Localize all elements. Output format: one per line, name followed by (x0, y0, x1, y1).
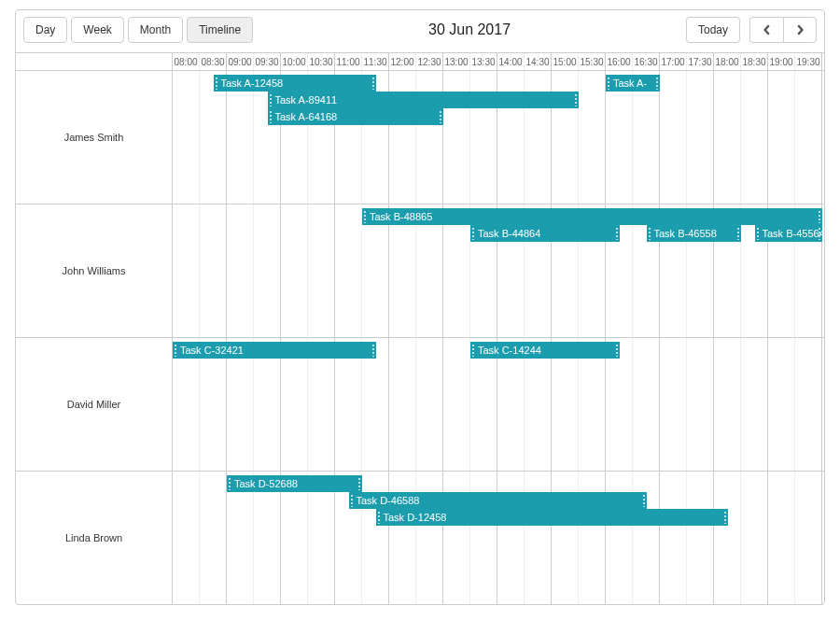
timeline-event[interactable]: Task D-12458 (376, 509, 728, 526)
time-slot-header: 19:30 (795, 53, 822, 70)
timeline-event[interactable]: Task C-32421 (173, 342, 376, 359)
timeline-row[interactable]: Task B-48865Task B-44864Task B-46558Task… (173, 204, 824, 338)
prev-button[interactable] (749, 17, 783, 43)
time-slot-header: 12:30 (416, 53, 443, 70)
timeline-grid[interactable]: Task A-12458Task A-89411Task A-64168Task… (173, 71, 824, 604)
time-slot-header: 16:30 (633, 53, 660, 70)
toolbar: DayWeekMonthTimeline 30 Jun 2017 Today (16, 10, 824, 48)
time-slot-header: 17:00 (660, 53, 687, 70)
timeline-event[interactable]: Task B-48865 (362, 208, 822, 225)
time-slot-header: 13:30 (470, 53, 497, 70)
timeline-event[interactable]: Task C-14244 (470, 342, 620, 359)
resource-label: David Miller (16, 338, 172, 472)
time-slot-header: 13:00 (443, 53, 470, 70)
time-slot-header: 16:00 (606, 53, 633, 70)
time-slot-header: 19:00 (768, 53, 795, 70)
resource-label: James Smith (16, 71, 172, 204)
scheduler-body: 08:0008:3009:0009:3010:0010:3011:0011:30… (16, 52, 824, 604)
time-slot-header: 12:00 (389, 53, 416, 70)
time-slot-header: 14:00 (497, 53, 525, 70)
next-button[interactable] (783, 17, 817, 43)
timeline-event[interactable]: Task B-44864 (470, 225, 620, 242)
timeline-event[interactable]: Task B-46558 (647, 225, 742, 242)
scheduler-panel: DayWeekMonthTimeline 30 Jun 2017 Today 0… (15, 9, 825, 605)
time-slot-header: 14:30 (525, 53, 552, 70)
time-slot-header: 18:30 (741, 53, 768, 70)
view-button-week[interactable]: Week (71, 17, 123, 43)
timeline-row[interactable]: Task D-52688Task D-46588Task D-12458 (173, 472, 824, 604)
resource-column: James SmithJohn WilliamsDavid MillerLind… (16, 71, 173, 604)
time-slot-header: 08:30 (200, 53, 227, 70)
timeline-event[interactable]: Task D-46588 (349, 492, 647, 509)
date-title: 30 Jun 2017 (428, 21, 511, 38)
time-slot-header: 15:00 (552, 53, 579, 70)
view-switch-group: DayWeekMonthTimeline (23, 17, 253, 43)
timeline-event[interactable]: Task A-64168 (268, 108, 444, 125)
timeline-row[interactable]: Task A-12458Task A-89411Task A-64168Task… (173, 71, 824, 204)
today-button[interactable]: Today (686, 17, 740, 43)
timeline-event[interactable]: Task B-45564 (755, 225, 823, 242)
time-slot-header: 18:00 (714, 53, 741, 70)
time-slot-header: 08:00 (173, 53, 200, 70)
timeline-event[interactable]: Task A-89411 (268, 92, 580, 108)
time-slot-header: 09:00 (227, 53, 254, 70)
time-slot-header: 17:30 (687, 53, 714, 70)
view-button-day[interactable]: Day (23, 17, 67, 43)
resource-label: Linda Brown (16, 472, 172, 604)
timeline-event[interactable]: Task D-52688 (227, 475, 362, 492)
corner-cell (16, 53, 173, 71)
resource-label: John Williams (16, 204, 172, 338)
timeline-event[interactable]: Task A- (606, 75, 660, 92)
time-slot-header: 15:30 (579, 53, 606, 70)
chevron-left-icon (762, 24, 773, 35)
time-slot-header: 11:30 (362, 53, 389, 70)
time-header: 08:0008:3009:0009:3010:0010:3011:0011:30… (173, 53, 824, 71)
chevron-right-icon (794, 24, 805, 35)
timeline-event[interactable]: Task A-12458 (214, 75, 376, 92)
time-slot-header: 10:00 (281, 53, 308, 70)
view-button-timeline[interactable]: Timeline (187, 17, 253, 43)
time-slot-header: 10:30 (308, 53, 335, 70)
date-nav-group (749, 17, 817, 43)
timeline-row[interactable]: Task C-32421Task C-14244 (173, 338, 824, 472)
time-slot-header: 09:30 (254, 53, 281, 70)
view-button-month[interactable]: Month (128, 17, 183, 43)
time-slot-header: 11:00 (335, 53, 362, 70)
